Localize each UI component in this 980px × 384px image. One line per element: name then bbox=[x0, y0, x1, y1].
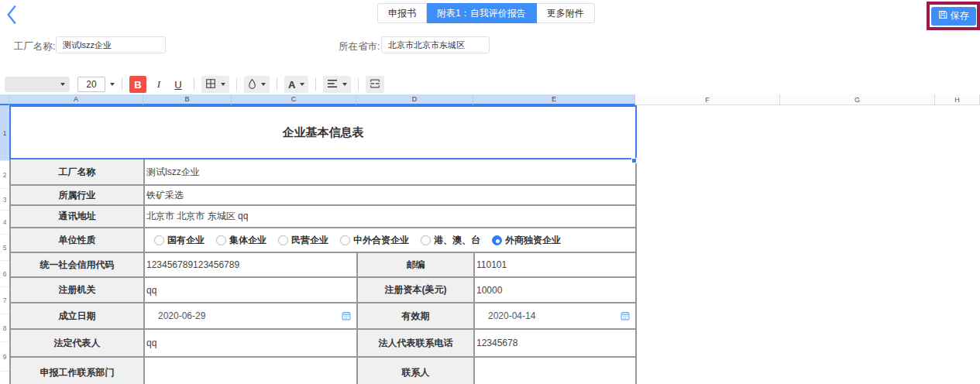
row-header-3[interactable]: 3 bbox=[0, 189, 9, 211]
toolbar-divider bbox=[315, 78, 316, 91]
establish-date-picker[interactable]: 2020-06-29 bbox=[144, 303, 357, 329]
radio-private[interactable]: 民营企业 bbox=[278, 234, 328, 247]
column-header-a[interactable]: A bbox=[9, 94, 143, 105]
save-annotation-box: 保存 bbox=[927, 2, 980, 30]
corner-select-all-cell[interactable] bbox=[0, 94, 9, 105]
contact-department-cell-label: 申报工作联系部门 bbox=[10, 357, 144, 384]
factory-name-cell-label: 工厂名称 bbox=[10, 159, 144, 185]
factory-name-label: 工厂名称: bbox=[14, 40, 55, 53]
underline-button[interactable]: U bbox=[170, 76, 187, 93]
province-label: 所在省市: bbox=[339, 40, 380, 53]
contact-department-cell-value[interactable] bbox=[144, 357, 357, 384]
font-family-dropdown[interactable] bbox=[5, 77, 70, 92]
table-row: 所属行业 铁矿采选 bbox=[10, 185, 636, 205]
row-header-8[interactable]: 8 bbox=[0, 314, 9, 342]
chevron-down-icon bbox=[261, 83, 266, 86]
factory-name-input[interactable] bbox=[56, 36, 166, 53]
column-header-g[interactable]: G bbox=[780, 94, 935, 105]
spreadsheet-toolbar: 20 B I U A bbox=[0, 74, 980, 94]
toolbar-divider bbox=[277, 78, 277, 91]
row-header-7[interactable]: 7 bbox=[0, 287, 9, 314]
column-header-h[interactable]: H bbox=[935, 94, 980, 105]
table-title-cell[interactable]: 企业基本信息表 bbox=[10, 106, 636, 159]
column-header-b[interactable]: B bbox=[143, 94, 232, 105]
borders-button[interactable] bbox=[201, 76, 229, 93]
row-header-1[interactable]: 1 bbox=[0, 105, 9, 161]
registered-capital-cell-value[interactable]: 10000 bbox=[474, 277, 636, 303]
font-color-button[interactable]: A bbox=[284, 76, 308, 93]
credit-code-cell-label: 统一社会信用代码 bbox=[10, 252, 144, 277]
radio-foreign-owned[interactable]: 外商独资企业 bbox=[492, 234, 561, 247]
industry-cell-value[interactable]: 铁矿采选 bbox=[144, 185, 636, 205]
table-row: 申报工作联系部门 联系人 bbox=[10, 357, 636, 384]
radio-circle-icon bbox=[340, 235, 350, 245]
table-row: 通讯地址 北京市 北京市 东城区 qq bbox=[10, 205, 636, 228]
row-header-4[interactable]: 4 bbox=[0, 211, 9, 235]
radio-label: 国有企业 bbox=[167, 234, 205, 247]
radio-state-owned[interactable]: 国有企业 bbox=[154, 234, 205, 247]
radio-circle-icon bbox=[278, 235, 288, 245]
chevron-down-icon bbox=[221, 83, 225, 86]
merge-cells-button[interactable] bbox=[366, 76, 384, 93]
column-header-c[interactable]: C bbox=[232, 94, 356, 105]
italic-button[interactable]: I bbox=[150, 76, 167, 93]
legal-rep-phone-cell-value[interactable]: 12345678 bbox=[474, 329, 636, 357]
table-row: 工厂名称 测试lszz企业 bbox=[10, 159, 636, 185]
radio-circle-icon bbox=[421, 235, 431, 245]
selection-fill-handle[interactable] bbox=[631, 158, 637, 163]
alignment-button[interactable] bbox=[323, 76, 351, 93]
establish-date-cell-label: 成立日期 bbox=[10, 303, 144, 329]
address-cell-value[interactable]: 北京市 北京市 东城区 qq bbox=[144, 205, 636, 228]
table-row: 统一社会信用代码 123456789123456789 邮编 110101 bbox=[10, 252, 636, 277]
toolbar-divider bbox=[194, 78, 194, 91]
chevron-down-icon bbox=[110, 83, 115, 86]
fill-color-button[interactable] bbox=[244, 76, 270, 93]
column-header-d[interactable]: D bbox=[356, 94, 473, 105]
row-header-9[interactable]: 9 bbox=[0, 342, 9, 372]
row-header-5[interactable]: 5 bbox=[0, 235, 9, 261]
row-header-6[interactable]: 6 bbox=[0, 261, 9, 287]
postcode-cell-label: 邮编 bbox=[357, 252, 474, 277]
establish-date-value: 2020-06-29 bbox=[158, 310, 205, 321]
radio-collective[interactable]: 集体企业 bbox=[216, 234, 266, 247]
back-button[interactable] bbox=[3, 4, 20, 29]
tab-more-attachments[interactable]: 更多附件 bbox=[537, 3, 595, 23]
font-size-dropdown[interactable]: 20 bbox=[77, 77, 115, 92]
province-input[interactable] bbox=[381, 36, 490, 53]
floppy-disk-icon bbox=[938, 10, 947, 22]
toolbar-divider bbox=[236, 78, 237, 91]
save-button[interactable]: 保存 bbox=[931, 7, 976, 26]
validity-date-picker[interactable]: 2020-04-14 bbox=[474, 303, 636, 329]
toolbar-divider bbox=[122, 78, 122, 91]
column-header-f[interactable]: F bbox=[635, 94, 780, 105]
font-size-value: 20 bbox=[77, 77, 105, 92]
tab-self-evaluation-report[interactable]: 附表1：自我评价报告 bbox=[427, 3, 537, 23]
tab-bar: 申报书 附表1：自我评价报告 更多附件 bbox=[377, 3, 595, 23]
postcode-cell-value[interactable]: 110101 bbox=[474, 252, 636, 277]
merge-cells-icon bbox=[370, 78, 380, 91]
radio-joint-venture[interactable]: 中外合资企业 bbox=[340, 234, 409, 247]
contact-person-cell-label: 联系人 bbox=[357, 357, 474, 384]
radio-label: 外商独资企业 bbox=[505, 234, 561, 247]
align-lines-icon bbox=[327, 79, 338, 91]
legal-representative-cell-value[interactable]: qq bbox=[144, 329, 357, 357]
radio-label: 港、澳、台 bbox=[434, 234, 480, 247]
font-color-label: A bbox=[288, 79, 295, 91]
credit-code-cell-value[interactable]: 123456789123456789 bbox=[144, 252, 357, 277]
registration-authority-cell-value[interactable]: qq bbox=[144, 277, 357, 303]
tab-declaration[interactable]: 申报书 bbox=[377, 3, 427, 23]
row-header-2[interactable]: 2 bbox=[0, 161, 9, 189]
droplet-icon bbox=[248, 78, 256, 91]
radio-label: 集体企业 bbox=[229, 234, 266, 247]
table-row: 成立日期 2020-06-29 有效期 2020-04-14 bbox=[10, 303, 636, 329]
bold-button[interactable]: B bbox=[129, 76, 146, 93]
contact-person-cell-value[interactable] bbox=[474, 357, 636, 384]
chevron-down-icon bbox=[300, 83, 304, 86]
legal-representative-cell-label: 法定代表人 bbox=[10, 329, 144, 357]
column-header-e[interactable]: E bbox=[473, 94, 635, 105]
factory-name-cell-value[interactable]: 测试lszz企业 bbox=[144, 159, 636, 185]
radio-hk-macau-taiwan[interactable]: 港、澳、台 bbox=[421, 234, 480, 247]
radio-label: 中外合资企业 bbox=[353, 234, 409, 247]
table-row: 法定代表人 qq 法人代表联系电话 12345678 bbox=[10, 329, 636, 357]
row-header-10[interactable]: 10 bbox=[0, 372, 9, 384]
